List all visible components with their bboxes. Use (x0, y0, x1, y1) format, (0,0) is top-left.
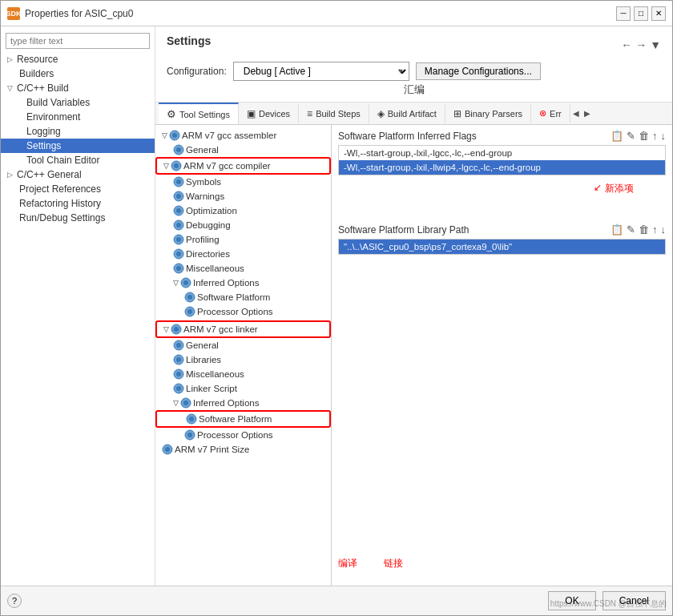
manage-configurations-button[interactable]: Manage Configurations... (416, 62, 541, 80)
annotation-link-text: 链接 (384, 558, 403, 569)
nav-back-button[interactable]: ← (621, 38, 632, 51)
tree-item-profiling[interactable]: Profiling (155, 232, 331, 247)
sidebar-item-logging[interactable]: Logging (1, 124, 155, 139)
content-area: ▷ Resource Builders ▽ C/C++ Build Build … (1, 26, 672, 586)
sidebar-item-refactoring[interactable]: Refactoring History (1, 196, 155, 211)
tree-item-arm-linker[interactable]: ▽ ARM v7 gcc linker (155, 320, 331, 338)
sidebar-label-logging: Logging (26, 126, 61, 137)
sidebar-item-builders[interactable]: Builders (1, 66, 155, 81)
tree-item-sw-platform-linker[interactable]: Software Platform (155, 410, 331, 428)
tree-item-inferred-linker[interactable]: ▽ Inferred Options (155, 396, 331, 410)
lib-delete-icon[interactable]: 🗑 (639, 223, 649, 236)
tab-label-err: Err (550, 109, 562, 119)
tab-tool-settings[interactable]: ⚙ Tool Settings (159, 103, 239, 124)
tree-label-arm-assembler: ARM v7 gcc assembler (182, 131, 276, 140)
tree-item-proc-options-linker[interactable]: Processor Options (155, 428, 331, 442)
cancel-button[interactable]: Cancel (602, 591, 666, 610)
lib-path-section-header: Software Platform Library Path 📋 ✎ 🗑 ↑ ↓ (338, 223, 666, 236)
sidebar-item-cpp-general[interactable]: ▷ C/C++ General (1, 167, 155, 182)
flags-list-item-2[interactable]: -Wl,--start-group,-lxil,-llwip4,-lgcc,-l… (339, 160, 665, 175)
ok-button[interactable]: OK (548, 591, 595, 610)
sidebar-item-build-vars[interactable]: Build Variables (1, 95, 155, 110)
tree-item-libraries[interactable]: Libraries (155, 352, 331, 367)
lib-up-icon[interactable]: ↑ (652, 223, 658, 236)
minimize-button[interactable]: ─ (616, 6, 631, 21)
tree-label-print-size: ARM v7 Print Size (175, 445, 249, 454)
tree-item-optimization[interactable]: Optimization (155, 203, 331, 218)
maximize-button[interactable]: □ (634, 6, 648, 21)
assembler-icon (169, 130, 180, 141)
tree-item-warnings[interactable]: Warnings (155, 189, 331, 203)
tree-label-proc-options-compiler: Processor Options (197, 307, 273, 316)
lib-path-list: "..\..\ASIC_cpu0_bsp\ps7_cortexa9_0\lib" (338, 239, 666, 255)
flags-list-item-1[interactable]: -Wl,--start-group,-lxil,-lgcc,-lc,--end-… (339, 146, 665, 160)
svg-point-21 (183, 280, 188, 285)
sidebar-item-project-refs[interactable]: Project References (1, 182, 155, 196)
tree-item-inferred-options-compiler[interactable]: ▽ Inferred Options (155, 276, 331, 290)
tree-label-profiling: Profiling (186, 235, 220, 244)
svg-point-11 (176, 208, 181, 213)
proc-options-linker-icon (184, 429, 195, 441)
window-controls: ─ □ ✕ (616, 6, 666, 21)
tree-item-linker-misc[interactable]: Miscellaneous (155, 367, 331, 381)
lib-path-list-item-1[interactable]: "..\..\ASIC_cpu0_bsp\ps7_cortexa9_0\lib" (339, 240, 665, 254)
sidebar-item-cpp-build[interactable]: ▽ C/C++ Build (1, 81, 155, 95)
lib-down-icon[interactable]: ↓ (661, 223, 667, 236)
lib-add-icon[interactable]: 📋 (611, 223, 623, 236)
sidebar-item-run-debug[interactable]: Run/Debug Settings (1, 211, 155, 225)
svg-point-33 (176, 372, 181, 376)
tab-binary-parsers[interactable]: ⊞ Binary Parsers (445, 104, 531, 123)
sidebar-item-toolchain[interactable]: Tool Chain Editor (1, 153, 155, 167)
flags-down-icon[interactable]: ↓ (661, 130, 667, 142)
tree-item-directories[interactable]: Directories (155, 247, 331, 261)
flags-section: Software Platform Inferred Flags 📋 ✎ 🗑 ↑… (338, 130, 666, 175)
tree-label-libraries: Libraries (186, 355, 221, 364)
linker-general-icon (173, 340, 184, 351)
flags-up-icon[interactable]: ↑ (652, 130, 658, 142)
svg-point-5 (174, 163, 179, 168)
configuration-select-wrapper: Debug [ Active ] (233, 62, 409, 81)
sidebar-label-run-debug: Run/Debug Settings (19, 212, 105, 223)
tabs-scroll-left[interactable]: ◀ (570, 106, 582, 121)
flags-delete-icon[interactable]: 🗑 (639, 130, 649, 142)
close-button[interactable]: ✕ (651, 6, 666, 21)
nav-forward-button[interactable]: → (635, 38, 647, 51)
sidebar-item-resource[interactable]: ▷ Resource (1, 52, 155, 66)
tree-item-arm-compiler[interactable]: ▽ ARM v7 gcc compiler (155, 157, 331, 175)
tab-err[interactable]: ⊗ Err (531, 104, 570, 123)
binary-icon: ⊞ (453, 108, 461, 119)
tree-item-miscellaneous[interactable]: Miscellaneous (155, 261, 331, 276)
tab-build-steps[interactable]: ≡ Build Steps (299, 104, 369, 123)
tree-label-optimization: Optimization (186, 206, 237, 215)
devices-icon: ▣ (247, 108, 256, 119)
tree-item-print-size[interactable]: ARM v7 Print Size (155, 442, 331, 457)
annotation-compile-text: 编译 (338, 558, 357, 569)
detail-panel: Software Platform Inferred Flags 📋 ✎ 🗑 ↑… (332, 125, 672, 586)
tree-item-linker-script[interactable]: Linker Script (155, 381, 331, 396)
flags-add-icon[interactable]: 📋 (611, 130, 623, 142)
filter-input[interactable] (6, 33, 150, 49)
tabs-scroll-right[interactable]: ▶ (582, 106, 593, 121)
tree-item-arm-assembler[interactable]: ▽ ARM v7 gcc assembler (155, 128, 331, 143)
tree-item-proc-options-compiler[interactable]: Processor Options (155, 304, 331, 319)
svg-point-13 (176, 223, 181, 227)
nav-down-button[interactable]: ▼ (650, 38, 661, 51)
sidebar-label-environment: Environment (26, 111, 80, 123)
help-button[interactable]: ? (7, 594, 22, 608)
sidebar-item-environment[interactable]: Environment (1, 110, 155, 124)
tab-devices[interactable]: ▣ Devices (239, 104, 299, 123)
tree-item-linker-general[interactable]: General (155, 338, 331, 352)
tree-item-assembler-general[interactable]: General (155, 143, 331, 157)
libraries-icon (173, 354, 184, 365)
tree-item-symbols[interactable]: Symbols (155, 175, 331, 189)
svg-point-23 (187, 295, 192, 300)
flags-edit-icon[interactable]: ✎ (627, 130, 635, 142)
configuration-select[interactable]: Debug [ Active ] (233, 62, 409, 81)
tree-item-debugging[interactable]: Debugging (155, 218, 331, 232)
lib-edit-icon[interactable]: ✎ (627, 223, 635, 236)
sidebar-item-settings[interactable]: Settings (1, 139, 155, 153)
expand-icon-assembler: ▽ (162, 131, 167, 139)
tree-item-sw-platform-compiler[interactable]: Software Platform (155, 290, 331, 304)
tab-build-artifact[interactable]: ◈ Build Artifact (369, 104, 445, 123)
svg-point-31 (176, 357, 181, 362)
